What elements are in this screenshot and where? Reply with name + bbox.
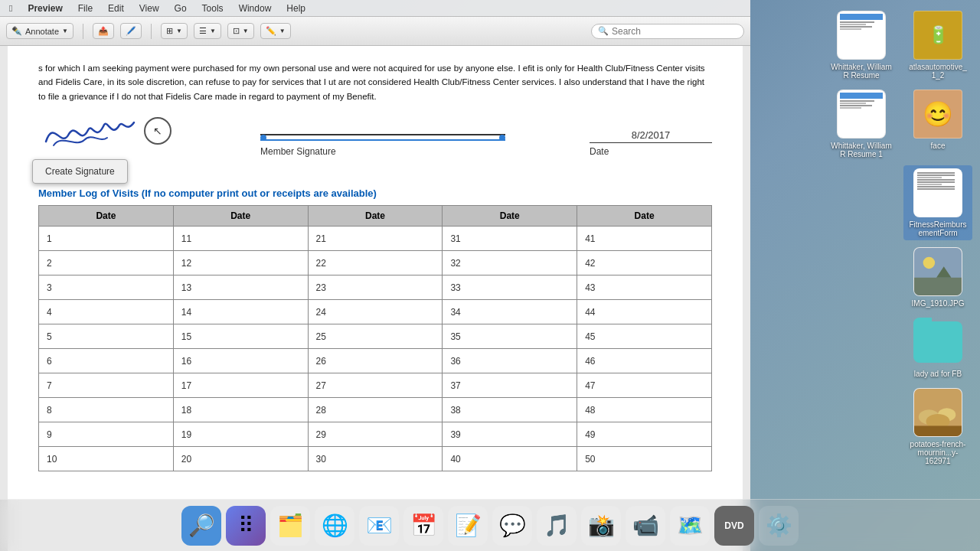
cell-row7-col3[interactable]: 27: [308, 373, 443, 398]
cell-row9-col3[interactable]: 29: [308, 422, 443, 447]
dock-item-finder[interactable]: 🔎: [181, 506, 221, 546]
file-menu[interactable]: File: [75, 2, 96, 15]
dock-item-maps[interactable]: 🗺️: [670, 506, 710, 546]
dock-item-files[interactable]: 🗂️: [270, 506, 310, 546]
dock-item-browser[interactable]: 🌐: [315, 506, 354, 546]
search-input[interactable]: [612, 26, 737, 37]
dock-item-settings[interactable]: ⚙️: [759, 506, 799, 546]
go-menu[interactable]: Go: [172, 2, 190, 15]
tools-menu[interactable]: Tools: [199, 2, 227, 15]
cell-row1-col4[interactable]: 31: [443, 227, 577, 251]
dock-item-photos[interactable]: 📸: [581, 506, 621, 546]
cell-row9-col4[interactable]: 39: [443, 422, 577, 447]
cell-row10-col2[interactable]: 20: [173, 447, 308, 471]
layout-button[interactable]: ☰ ▼: [194, 23, 221, 39]
desktop-icon-lady-ad-fb[interactable]: lady ad for FB: [903, 315, 972, 381]
app-name[interactable]: Preview: [24, 2, 65, 15]
markup-button[interactable]: 🖊️: [120, 23, 142, 39]
dock-item-calendar[interactable]: 📅: [403, 506, 443, 546]
desktop-icon-whittaker-resume-1[interactable]: Whittaker, William R Resume 1: [827, 86, 896, 161]
window-menu[interactable]: Window: [236, 2, 275, 15]
cell-row3-col3[interactable]: 23: [308, 276, 443, 300]
cell-row7-col5[interactable]: 47: [577, 373, 712, 398]
desktop-icon-face[interactable]: 😊 face: [903, 86, 972, 161]
edit-menu[interactable]: Edit: [105, 2, 127, 15]
create-signature-popup[interactable]: Create Signature: [32, 159, 128, 184]
desktop-icon-potatoes[interactable]: potatoes-french-mournin...y-162971: [903, 385, 972, 468]
cell-row10-col1[interactable]: 10: [39, 447, 174, 471]
cell-row8-col4[interactable]: 38: [443, 398, 577, 422]
slider-track[interactable]: [260, 137, 505, 143]
desktop-icon-img1910[interactable]: IMG_1910.JPG: [903, 244, 972, 311]
tools-button[interactable]: ⊞ ▼: [161, 23, 188, 39]
cell-row7-col1[interactable]: 7: [39, 373, 174, 398]
cell-row7-col2[interactable]: 17: [173, 373, 308, 398]
cell-row8-col2[interactable]: 18: [173, 398, 308, 422]
cell-row5-col1[interactable]: 5: [39, 324, 174, 349]
cell-row3-col5[interactable]: 43: [577, 276, 712, 300]
dock-item-mail[interactable]: 📧: [359, 506, 399, 546]
cell-row6-col4[interactable]: 36: [443, 349, 577, 373]
cell-row2-col5[interactable]: 42: [577, 251, 712, 276]
cell-row4-col1[interactable]: 4: [39, 300, 174, 324]
cell-row6-col3[interactable]: 26: [308, 349, 443, 373]
icon-row-1: Whittaker, William R Resume 🔋 atlasautom…: [758, 8, 972, 83]
cell-row2-col4[interactable]: 32: [443, 251, 577, 276]
cell-row2-col3[interactable]: 22: [308, 251, 443, 276]
cell-row1-col1[interactable]: 1: [39, 227, 174, 251]
cursor-circle-button[interactable]: ↖: [144, 117, 172, 145]
share-button[interactable]: 📤: [93, 23, 114, 39]
apple-menu[interactable]: : [6, 2, 15, 15]
pen-icon: ✒️: [11, 26, 22, 36]
cell-row5-col2[interactable]: 15: [173, 324, 308, 349]
cell-row1-col3[interactable]: 21: [308, 227, 443, 251]
icon-label-fitness-form: FitnessReimbursementForm: [907, 220, 969, 237]
dock-item-music[interactable]: 🎵: [537, 506, 577, 546]
cell-row9-col2[interactable]: 19: [173, 422, 308, 447]
cell-row4-col5[interactable]: 44: [577, 300, 712, 324]
cell-row6-col1[interactable]: 6: [39, 349, 174, 373]
zoom-button[interactable]: ⊡ ▼: [227, 23, 254, 39]
cell-row6-col5[interactable]: 46: [577, 349, 712, 373]
cell-row8-col3[interactable]: 28: [308, 398, 443, 422]
cell-row6-col2[interactable]: 16: [173, 349, 308, 373]
col-header-date-3: Date: [308, 206, 443, 227]
desktop-icon-whittaker-resume[interactable]: Whittaker, William R Resume: [827, 8, 896, 83]
cell-row8-col5[interactable]: 48: [577, 398, 712, 422]
desktop-icon-fitness-form[interactable]: FitnessReimbursementForm: [903, 165, 972, 240]
annotate-button[interactable]: ✒️ Annotate ▼: [6, 23, 74, 39]
cell-row1-col2[interactable]: 11: [173, 227, 308, 251]
cell-row5-col5[interactable]: 45: [577, 324, 712, 349]
cell-row2-col1[interactable]: 2: [39, 251, 174, 276]
cell-row10-col4[interactable]: 40: [443, 447, 577, 471]
cell-row3-col4[interactable]: 33: [443, 276, 577, 300]
dock-item-launchpad[interactable]: ⠿: [226, 506, 266, 546]
cell-row9-col1[interactable]: 9: [39, 422, 174, 447]
cell-row8-col1[interactable]: 8: [39, 398, 174, 422]
cell-row10-col3[interactable]: 30: [308, 447, 443, 471]
cell-row5-col3[interactable]: 25: [308, 324, 443, 349]
cell-row2-col2[interactable]: 12: [173, 251, 308, 276]
dock-item-messages[interactable]: 💬: [492, 506, 532, 546]
cell-row1-col5[interactable]: 41: [577, 227, 712, 251]
cell-row3-col2[interactable]: 13: [173, 276, 308, 300]
cell-row4-col4[interactable]: 34: [443, 300, 577, 324]
cell-row4-col3[interactable]: 24: [308, 300, 443, 324]
cell-row10-col5[interactable]: 50: [577, 447, 712, 471]
cell-row5-col4[interactable]: 35: [443, 324, 577, 349]
slider-line: [260, 139, 505, 141]
desktop-icon-atlasautomotive[interactable]: 🔋 atlasautomotive_1_2: [903, 8, 972, 83]
dock-item-facetime[interactable]: 📹: [626, 506, 665, 546]
edit-button[interactable]: ✏️ ▼: [260, 23, 291, 39]
dock-item-notes[interactable]: 📝: [448, 506, 488, 546]
view-menu[interactable]: View: [136, 2, 162, 15]
search-bar[interactable]: 🔍: [591, 24, 744, 39]
help-menu[interactable]: Help: [283, 2, 309, 15]
cell-row4-col2[interactable]: 14: [173, 300, 308, 324]
cell-row9-col5[interactable]: 49: [577, 422, 712, 447]
cell-row7-col4[interactable]: 37: [443, 373, 577, 398]
cursor-icon: ↖: [153, 125, 162, 137]
dock-item-dvd[interactable]: DVD: [714, 506, 754, 546]
cell-row3-col1[interactable]: 3: [39, 276, 174, 300]
notes-icon: 📝: [455, 513, 482, 538]
